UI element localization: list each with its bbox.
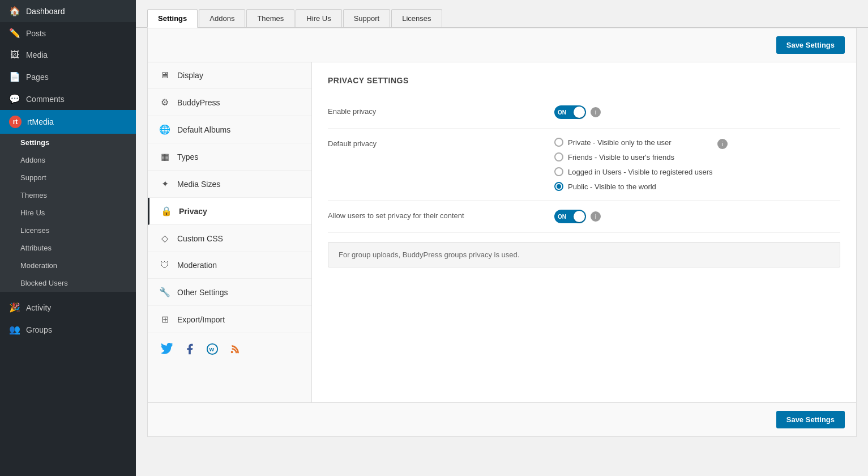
sidebar-label-dashboard: Dashboard — [26, 7, 65, 16]
nav-default-albums-label: Default Albums — [177, 125, 230, 134]
tab-support[interactable]: Support — [343, 9, 391, 27]
nav-privacy[interactable]: 🔒 Privacy — [148, 198, 311, 225]
radio-private-label: Private - Visible only to the user — [568, 138, 672, 147]
save-settings-button-bottom[interactable]: Save Settings — [776, 411, 845, 428]
wordpress-icon[interactable]: W — [204, 341, 220, 357]
save-bar-bottom: Save Settings — [148, 402, 856, 436]
radio-public-dot — [557, 184, 561, 189]
sidebar-item-dashboard[interactable]: 🏠 Dashboard — [0, 0, 136, 22]
default-privacy-radio-group: Private - Visible only to the user Frien… — [554, 138, 713, 191]
radio-public-input[interactable] — [554, 182, 563, 191]
sidebar-sub-moderation[interactable]: Moderation — [0, 257, 136, 274]
facebook-icon[interactable] — [182, 341, 198, 357]
enable-privacy-toggle-knob — [574, 107, 585, 118]
comments-icon: 💬 — [9, 94, 20, 104]
sidebar-sub-themes[interactable]: Themes — [0, 186, 136, 204]
rss-icon[interactable] — [227, 341, 243, 357]
radio-private[interactable]: Private - Visible only to the user — [554, 138, 713, 147]
tab-hire-us[interactable]: Hire Us — [296, 9, 341, 27]
sidebar-item-rtmedia[interactable]: rt rtMedia — [0, 110, 136, 134]
save-bar-top: Save Settings — [148, 28, 856, 62]
allow-user-privacy-toggle-knob — [574, 211, 585, 222]
radio-private-input[interactable] — [554, 138, 563, 147]
enable-privacy-row: Enable privacy ON i — [328, 96, 840, 129]
nav-buddypress-label: BuddyPress — [177, 98, 220, 107]
allow-user-privacy-control: ON i — [554, 210, 840, 223]
enable-privacy-toggle[interactable]: ON — [554, 105, 586, 119]
privacy-nav-icon: 🔒 — [161, 206, 172, 216]
sidebar-label-groups: Groups — [26, 325, 52, 334]
inner-layout: 🖥 Display ⚙ BuddyPress 🌐 Default Albums … — [148, 62, 856, 402]
nav-moderation[interactable]: 🛡 Moderation — [148, 252, 311, 279]
sidebar-label-activity: Activity — [26, 303, 51, 312]
radio-friends-label: Friends - Visible to user's friends — [568, 153, 674, 162]
default-privacy-control: Private - Visible only to the user Frien… — [554, 138, 840, 191]
nav-media-sizes[interactable]: ✦ Media Sizes — [148, 171, 311, 198]
allow-user-privacy-info-icon[interactable]: i — [591, 211, 601, 222]
sidebar-item-comments[interactable]: 💬 Comments — [0, 88, 136, 110]
nav-types-label: Types — [177, 152, 198, 162]
radio-friends[interactable]: Friends - Visible to user's friends — [554, 152, 713, 162]
sidebar-sub-settings[interactable]: Settings — [0, 134, 136, 151]
radio-logged-in-input[interactable] — [554, 167, 563, 176]
panel-title: PRIVACY SETTINGS — [328, 76, 840, 85]
nav-media-sizes-label: Media Sizes — [177, 180, 220, 189]
svg-text:W: W — [209, 347, 215, 352]
nav-other-settings[interactable]: 🔧 Other Settings — [148, 279, 311, 306]
save-settings-button-top[interactable]: Save Settings — [776, 36, 845, 54]
content-wrap: Save Settings 🖥 Display ⚙ BuddyPress 🌐 D… — [147, 28, 857, 437]
enable-privacy-info-icon[interactable]: i — [591, 107, 601, 117]
default-privacy-info-icon[interactable]: i — [717, 139, 728, 149]
sidebar-sub-blocked-users[interactable]: Blocked Users — [0, 274, 136, 292]
nav-moderation-label: Moderation — [177, 261, 217, 270]
media-icon: 🖼 — [9, 50, 20, 60]
sidebar-item-pages[interactable]: 📄 Pages — [0, 66, 136, 88]
rtmedia-icon: rt — [9, 116, 22, 128]
sidebar-sub-licenses[interactable]: Licenses — [0, 222, 136, 239]
radio-public[interactable]: Public - Visible to the world — [554, 182, 713, 191]
enable-privacy-label: Enable privacy — [328, 105, 543, 116]
nav-display[interactable]: 🖥 Display — [148, 62, 311, 89]
allow-user-privacy-row: Allow users to set privacy for their con… — [328, 201, 840, 233]
settings-panel: PRIVACY SETTINGS Enable privacy ON i — [312, 62, 856, 402]
export-import-nav-icon: ⊞ — [159, 314, 170, 325]
sidebar-sub-attributes[interactable]: Attributes — [0, 239, 136, 257]
sidebar-label-pages: Pages — [26, 73, 49, 82]
sidebar-label-comments: Comments — [26, 95, 65, 104]
sidebar-label-rtmedia: rtMedia — [27, 117, 54, 126]
dashboard-icon: 🏠 — [9, 6, 20, 16]
nav-export-import[interactable]: ⊞ Export/Import — [148, 306, 311, 333]
radio-logged-in[interactable]: Logged in Users - Visible to registered … — [554, 167, 713, 176]
allow-user-privacy-label: Allow users to set privacy for their con… — [328, 210, 543, 220]
default-albums-nav-icon: 🌐 — [159, 124, 170, 135]
default-privacy-row: Default privacy Private - Visible only t… — [328, 129, 840, 201]
sidebar-item-media[interactable]: 🖼 Media — [0, 44, 136, 66]
radio-public-label: Public - Visible to the world — [568, 182, 656, 191]
settings-nav: 🖥 Display ⚙ BuddyPress 🌐 Default Albums … — [148, 62, 312, 402]
enable-privacy-control: ON i — [554, 105, 840, 119]
sidebar-sub-support[interactable]: Support — [0, 169, 136, 186]
twitter-icon[interactable] — [159, 341, 175, 357]
info-box: For group uploads, BuddyPress groups pri… — [328, 242, 840, 267]
allow-user-privacy-toggle[interactable]: ON — [554, 210, 586, 223]
radio-friends-input[interactable] — [554, 152, 563, 162]
nav-buddypress[interactable]: ⚙ BuddyPress — [148, 89, 311, 116]
sidebar-item-groups[interactable]: 👥 Groups — [0, 318, 136, 341]
activity-icon: 🎉 — [9, 302, 20, 313]
sidebar-sub-addons[interactable]: Addons — [0, 151, 136, 169]
moderation-nav-icon: 🛡 — [159, 260, 170, 270]
nav-custom-css[interactable]: ◇ Custom CSS — [148, 225, 311, 252]
rtmedia-arrow — [130, 116, 136, 128]
tab-settings[interactable]: Settings — [147, 9, 198, 28]
tab-themes[interactable]: Themes — [246, 9, 294, 27]
sidebar-item-activity[interactable]: 🎉 Activity — [0, 296, 136, 318]
sidebar-sub-hire-us[interactable]: Hire Us — [0, 204, 136, 222]
nav-default-albums[interactable]: 🌐 Default Albums — [148, 116, 311, 143]
sidebar-item-posts[interactable]: ✏️ Posts — [0, 22, 136, 44]
default-privacy-label: Default privacy — [328, 138, 543, 148]
radio-logged-in-label: Logged in Users - Visible to registered … — [568, 168, 713, 176]
tab-addons[interactable]: Addons — [199, 9, 245, 27]
tabs-bar: Settings Addons Themes Hire Us Support L… — [136, 0, 868, 28]
tab-licenses[interactable]: Licenses — [391, 9, 442, 27]
nav-types[interactable]: ▦ Types — [148, 143, 311, 171]
